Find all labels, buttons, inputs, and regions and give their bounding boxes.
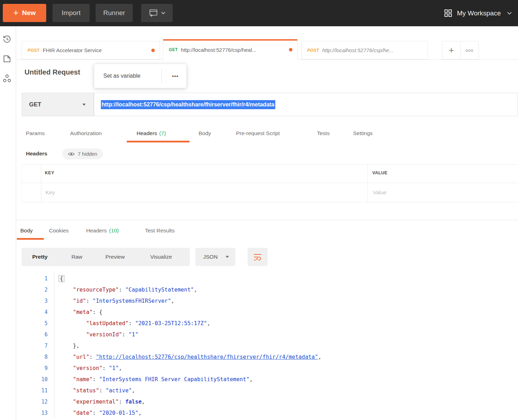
tab-options-button[interactable]: ooo (460, 41, 479, 59)
left-sidebar (0, 26, 16, 420)
json-token: "1" (109, 365, 119, 371)
wrap-lines-button[interactable] (248, 248, 268, 266)
code-text: "lastUpdated": "2021-03-25T12:55:17Z", (54, 318, 516, 329)
code-line: 3"id": "InterSystemsFHIRServer", (22, 295, 516, 307)
line-number: 6 (22, 329, 48, 340)
code-text: "url": "http://localhost:52776/csp/healt… (54, 351, 516, 363)
url-input[interactable]: http://localhost:52776/csp/healthshare/f… (94, 93, 518, 116)
tab-tests[interactable]: Tests (317, 130, 330, 136)
headers-section-title: Headers (26, 150, 47, 157)
line-number: 1 (22, 273, 48, 284)
json-token: "2020-01-15" (99, 410, 138, 416)
view-raw-button[interactable]: Raw (71, 254, 82, 260)
code-text: "date": "2020-01-15", (54, 407, 516, 419)
tab-title: http://localhost:52776/csp/heal... (181, 47, 256, 53)
json-token: "resourceType" (73, 287, 119, 293)
tab-body[interactable]: Body (199, 130, 211, 136)
new-button[interactable]: + New (3, 4, 46, 22)
line-number: 13 (22, 407, 48, 419)
import-button-label: Import (62, 9, 81, 17)
view-visualize-button[interactable]: Visualize (150, 254, 172, 260)
code-text: "versionId": "1" (54, 329, 516, 340)
selection-popup: Set as variable ••• (94, 64, 187, 88)
tab-settings[interactable]: Settings (353, 130, 373, 136)
workspace-label: My Workspace (457, 9, 501, 17)
response-tab-cookies[interactable]: Cookies (49, 227, 69, 234)
hidden-headers-toggle[interactable]: 7 hidden (62, 148, 103, 159)
plus-icon: + (449, 45, 454, 56)
ellipsis-icon: ooo (465, 48, 474, 53)
response-tab-headers[interactable]: Headers (10) (86, 227, 119, 234)
code-text: "resourceType": "CapabilityStatement", (54, 284, 516, 295)
method-select[interactable]: GET (22, 93, 94, 116)
line-number: 2 (22, 284, 48, 295)
method-select-value: GET (29, 101, 41, 108)
new-window-button[interactable] (141, 4, 173, 22)
code-line: 4"meta": { (22, 307, 516, 318)
json-token: : (89, 354, 96, 360)
key-column-header: KEY (45, 170, 54, 175)
value-column-header: VALUE (372, 170, 387, 175)
collections-icon[interactable] (2, 54, 12, 63)
json-token: "url" (73, 354, 89, 360)
unsaved-dot-icon (289, 48, 292, 51)
tab-authorization[interactable]: Authorization (70, 130, 102, 136)
json-token: , (119, 365, 122, 371)
tab-headers[interactable]: Headers (7) (137, 130, 166, 136)
request-tab-fhir-accelerator[interactable]: POST FHIR Accelerator Service (22, 41, 160, 59)
json-token: : (92, 410, 99, 416)
json-token: : (119, 287, 125, 293)
request-name[interactable]: Untitled Request (25, 68, 80, 76)
json-token: , (207, 320, 210, 327)
json-token: : (122, 331, 129, 338)
response-tab-body[interactable]: Body (20, 227, 33, 234)
import-button[interactable]: Import (53, 4, 90, 22)
json-token: { (58, 275, 64, 282)
code-text: "experimental": false, (54, 396, 516, 407)
code-line: 11"status": "active", (22, 385, 516, 396)
line-number: 9 (22, 363, 48, 374)
response-tab-test-results[interactable]: Test Results (145, 227, 174, 234)
open-new-tab-button[interactable]: + (442, 41, 461, 59)
tab-params[interactable]: Params (26, 130, 44, 136)
json-token: "id" (73, 298, 86, 304)
code-area: 1{2"resourceType": "CapabilityStatement"… (22, 273, 516, 419)
new-window-icon (149, 9, 158, 17)
line-number: 4 (22, 307, 48, 318)
history-icon[interactable] (2, 35, 12, 44)
tab-pre-request-script[interactable]: Pre-request Script (236, 130, 280, 136)
json-token: false (125, 399, 142, 405)
view-pretty-button[interactable]: Pretty (32, 254, 48, 260)
chevron-down-icon (161, 12, 165, 14)
json-token: }, (73, 343, 80, 349)
method-badge-post: POST (28, 48, 40, 53)
key-input[interactable] (45, 188, 347, 197)
tab-title: http://localhost:52776/csp/he... (322, 47, 393, 53)
request-tab-preview[interactable]: POST http://localhost:52776/csp/he... (301, 41, 428, 59)
json-token: "meta" (73, 309, 92, 315)
set-as-variable-button[interactable]: Set as variable (103, 73, 140, 79)
caret-down-icon (82, 104, 86, 106)
json-token: , (318, 354, 321, 360)
json-token: "CapabilityStatement" (125, 287, 194, 293)
workspace-switcher[interactable]: My Workspace (444, 0, 512, 26)
json-token: : (92, 376, 99, 383)
view-preview-button[interactable]: Preview (105, 254, 125, 260)
runner-button[interactable]: Runner (96, 4, 133, 22)
json-token: , (138, 410, 141, 416)
json-url-link[interactable]: "http://localhost:52776/csp/healthshare/… (96, 354, 318, 360)
active-response-tab-underline (17, 238, 44, 240)
apis-icon[interactable] (2, 74, 12, 83)
popup-more-button[interactable]: ••• (168, 64, 183, 88)
format-select[interactable]: JSON (195, 248, 235, 266)
unsaved-dot-icon (151, 49, 155, 52)
url-selected-text: http://localhost:52776/csp/healthshare/f… (101, 100, 275, 109)
code-line: 6"versionId": "1" (22, 329, 516, 340)
request-tab-active[interactable]: GET http://localhost:52776/csp/heal... (163, 39, 298, 60)
code-text: }, (54, 340, 516, 351)
code-line: 5"lastUpdated": "2021-03-25T12:55:17Z", (22, 318, 516, 329)
eye-icon (68, 152, 75, 156)
value-input[interactable] (372, 188, 510, 197)
json-token: : (102, 365, 109, 371)
code-line: 1{ (22, 273, 516, 284)
